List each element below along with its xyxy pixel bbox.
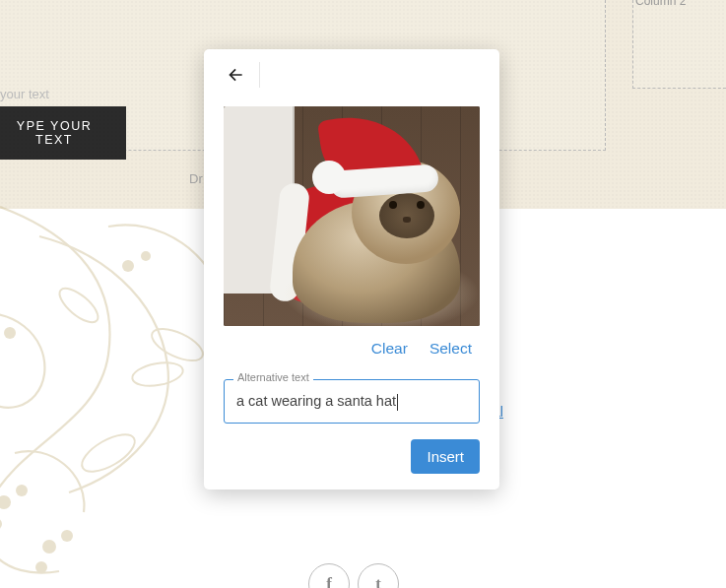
insert-button[interactable]: Insert: [411, 439, 480, 474]
svg-point-11: [148, 322, 208, 366]
svg-point-10: [141, 251, 151, 261]
twitter-icon[interactable]: t: [358, 563, 399, 588]
back-button[interactable]: [222, 61, 249, 89]
svg-point-7: [61, 530, 73, 542]
svg-point-13: [54, 283, 103, 328]
alt-text-label: Alternative text: [233, 371, 313, 383]
facebook-icon[interactable]: f: [308, 563, 350, 588]
alt-text-input[interactable]: a cat wearing a santa hat: [224, 379, 480, 424]
svg-point-8: [35, 561, 47, 573]
dropzone-hint: Dr: [189, 171, 203, 186]
svg-point-5: [0, 518, 2, 530]
dialog-footer: Insert: [204, 424, 499, 474]
column-2-label: Column 2: [635, 0, 686, 8]
svg-point-14: [77, 427, 141, 480]
svg-point-3: [0, 495, 11, 509]
arrow-left-icon: [226, 65, 245, 85]
layout-column-2[interactable]: Column 2: [632, 0, 726, 89]
social-icons: f t: [308, 563, 399, 588]
image-action-row: Clear Select: [204, 326, 499, 361]
svg-point-12: [130, 359, 184, 390]
image-preview-container: [204, 98, 499, 326]
svg-point-9: [122, 260, 134, 272]
type-text-placeholder: your text: [0, 87, 49, 101]
facebook-glyph: f: [326, 574, 332, 588]
alt-text-value: a cat wearing a santa hat: [236, 393, 396, 409]
twitter-glyph: t: [375, 574, 381, 588]
alt-text-field: Alternative text a cat wearing a santa h…: [224, 379, 480, 424]
image-insert-dialog: Clear Select Alternative text a cat wear…: [204, 49, 499, 490]
dialog-header: [204, 49, 499, 98]
text-caret: [397, 394, 398, 411]
svg-point-1: [4, 327, 16, 339]
type-your-text-button[interactable]: YPE YOUR TEXT: [0, 106, 126, 160]
header-divider: [259, 62, 260, 88]
image-preview[interactable]: [224, 106, 480, 326]
clear-button[interactable]: Clear: [371, 340, 408, 358]
svg-point-4: [16, 485, 28, 496]
select-button[interactable]: Select: [429, 340, 472, 358]
svg-point-6: [42, 540, 56, 554]
